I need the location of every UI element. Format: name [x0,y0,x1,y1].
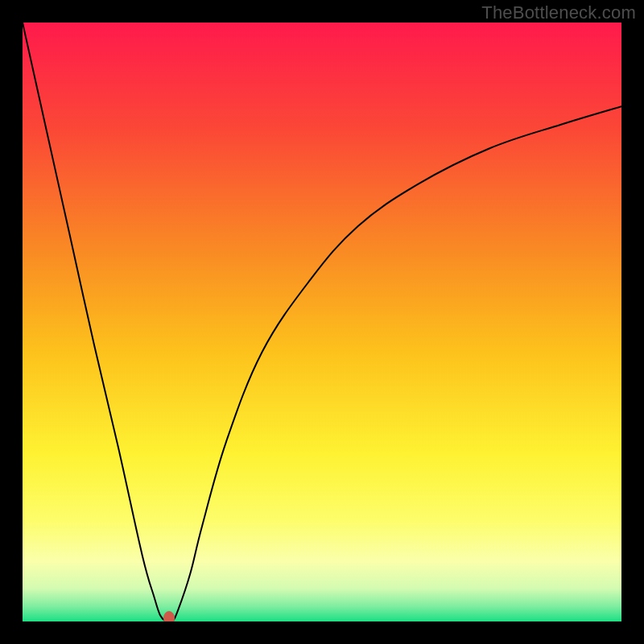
curve-layer [23,23,621,621]
bottleneck-curve [23,23,621,621]
optimum-marker-icon [163,611,175,621]
watermark-text: TheBottleneck.com [481,2,636,23]
chart-root: TheBottleneck.com [0,0,644,644]
plot-area [23,23,621,621]
